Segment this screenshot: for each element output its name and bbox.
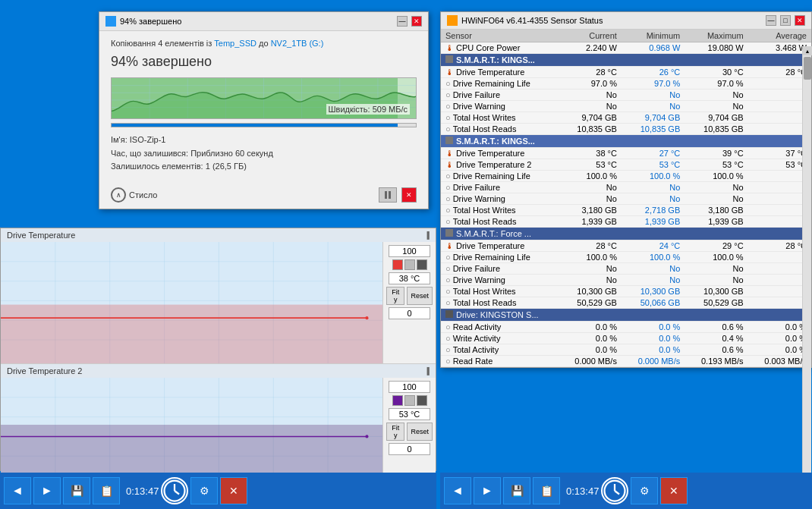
pause-button[interactable] bbox=[379, 187, 397, 203]
table-row[interactable]: ○Read Rate 0.000 MB/s 0.000 MB/s 0.193 M… bbox=[441, 356, 811, 367]
table-row[interactable]: ○Drive Failure No No No bbox=[441, 263, 811, 275]
sensor-maximum: No bbox=[685, 101, 747, 112]
scroll-thumb[interactable] bbox=[804, 57, 811, 80]
hwinfo-taskbar-disk[interactable]: 💾 bbox=[503, 477, 530, 504]
table-row[interactable]: ○Total Host Reads 50,529 GB 50,066 GB 50… bbox=[441, 297, 811, 309]
table-row[interactable]: 🌡Drive Temperature 38 °C 27 °C 39 °C 37 … bbox=[441, 148, 811, 159]
sensor-name: ○Drive Remaining Life bbox=[441, 78, 559, 90]
stislo-button[interactable]: ∧ Стисло bbox=[111, 187, 157, 203]
chart2-min: 0 bbox=[389, 443, 430, 455]
temp-icon: 🌡 bbox=[445, 43, 454, 52]
progress-track-fill bbox=[112, 124, 398, 127]
table-row[interactable]: ○Drive Warning No No No bbox=[441, 193, 811, 205]
sensor-minimum: 0.0 % bbox=[622, 322, 685, 333]
scrollbar[interactable]: ▲ ▼ bbox=[802, 46, 811, 500]
hwinfo-taskbar-copy[interactable]: 📋 bbox=[533, 477, 560, 504]
table-row[interactable]: ○Total Host Writes 3,180 GB 2,718 GB 3,1… bbox=[441, 205, 811, 216]
drive-charts-panel: Drive Temperature ▐ bbox=[0, 228, 436, 471]
sensor-minimum: 97.0 % bbox=[622, 78, 685, 90]
table-row[interactable]: ○Drive Remaining Life 97.0 % 97.0 % 97.0… bbox=[441, 78, 811, 90]
dest-link[interactable]: NV2_1TB (G:) bbox=[271, 39, 324, 48]
hwinfo-close[interactable]: ✕ bbox=[795, 15, 805, 26]
table-row[interactable]: ○Drive Failure No No No bbox=[441, 182, 811, 193]
table-row[interactable]: 🌡Drive Temperature 28 °C 26 °C 30 °C 28 … bbox=[441, 67, 811, 78]
source-link[interactable]: Temp_SSD bbox=[214, 39, 257, 48]
taskbar-save-btn[interactable]: 💾 bbox=[63, 477, 90, 504]
hwinfo-taskbar-close[interactable]: ✕ bbox=[660, 477, 688, 504]
hwinfo-taskbar: ◄ ► 💾 📋 0:13:47 ⚙ ✕ bbox=[440, 473, 812, 509]
sensor-minimum: 0.000 MB/s bbox=[622, 356, 685, 367]
table-row[interactable]: ○Drive Remaining Life 100.0 % 100.0 % 10… bbox=[441, 171, 811, 182]
copy-dialog-minimize[interactable]: — bbox=[397, 16, 408, 27]
table-row[interactable]: ○Drive Warning No No No bbox=[441, 101, 811, 112]
hwinfo-taskbar-forward[interactable]: ► bbox=[474, 477, 501, 504]
chart1-color-swatch3[interactable] bbox=[417, 259, 427, 270]
table-row[interactable]: ○Total Host Reads 1,939 GB 1,939 GB 1,93… bbox=[441, 216, 811, 228]
table-row[interactable]: ○Drive Failure No No No bbox=[441, 90, 811, 101]
sensor-name: 🌡Drive Temperature bbox=[441, 67, 559, 78]
circle-icon: ○ bbox=[445, 345, 451, 354]
chart1-color-swatch[interactable] bbox=[392, 259, 403, 270]
svg-line-43 bbox=[175, 491, 179, 495]
sensor-maximum: 3,180 GB bbox=[685, 205, 747, 216]
cancel-button[interactable]: ✕ bbox=[401, 187, 417, 203]
chart1-fit-btn[interactable]: Fit y bbox=[386, 287, 404, 305]
chart2-color-swatch2[interactable] bbox=[404, 395, 415, 406]
hwinfo-maximize[interactable]: □ bbox=[780, 15, 791, 26]
table-row[interactable]: ○Drive Remaining Life 100.0 % 100.0 % 10… bbox=[441, 252, 811, 263]
items-left: Залишилось елементів: 1 (26,5 ГБ) bbox=[111, 160, 417, 174]
chart1-svg bbox=[1, 242, 382, 363]
sensor-group-header-2[interactable]: S.M.A.R.T.: KINGS... bbox=[441, 135, 811, 148]
sensor-minimum: 0.968 W bbox=[622, 42, 685, 54]
taskbar-back-btn[interactable]: ◄ bbox=[4, 477, 31, 504]
sensor-group-header-4[interactable]: Drive: KINGSTON S... bbox=[441, 309, 811, 322]
sensor-minimum: 100.0 % bbox=[622, 171, 685, 182]
copy-dialog-close[interactable]: ✕ bbox=[411, 16, 422, 27]
col-maximum: Maximum bbox=[685, 30, 747, 42]
chart2-scroll: ▐ bbox=[425, 367, 430, 375]
copy-dialog-titlebar: 94% завершено — ✕ bbox=[99, 12, 428, 31]
table-row[interactable]: ○Total Host Writes 10,300 GB 10,300 GB 1… bbox=[441, 286, 811, 297]
table-row[interactable]: ○Total Host Writes 9,704 GB 9,704 GB 9,7… bbox=[441, 112, 811, 124]
chart2-reset-btn[interactable]: Reset bbox=[407, 423, 433, 441]
taskbar-close-btn[interactable]: ✕ bbox=[220, 477, 247, 504]
sensor-current: 50,529 GB bbox=[559, 297, 622, 309]
sensor-name: ○Total Host Reads bbox=[441, 297, 559, 309]
sensor-table: Sensor Current Minimum Maximum Average 🌡… bbox=[441, 30, 811, 367]
table-row[interactable]: ○Drive Warning No No No bbox=[441, 275, 811, 286]
taskbar-copy-btn[interactable]: 📋 bbox=[93, 477, 120, 504]
table-row[interactable]: ○Write Activity 0.0 % 0.0 % 0.4 % 0.0 % bbox=[441, 333, 811, 344]
time-left: Час, що залишився: Приблизно 60 секунд bbox=[111, 147, 417, 161]
chart1-scroll: ▐ bbox=[425, 231, 430, 239]
chart2-color-swatch3[interactable] bbox=[417, 395, 427, 406]
sensor-current: No bbox=[559, 275, 622, 286]
scroll-up[interactable]: ▲ bbox=[803, 46, 812, 55]
sensor-current: 0.000 MB/s bbox=[559, 356, 622, 367]
table-row[interactable]: 🌡CPU Core Power 2.240 W 0.968 W 19.080 W… bbox=[441, 42, 811, 54]
chart1-reset-btn[interactable]: Reset bbox=[407, 287, 433, 305]
sensor-current: 2.240 W bbox=[559, 42, 622, 54]
hwinfo-taskbar-back[interactable]: ◄ bbox=[444, 477, 471, 504]
table-row[interactable]: 🌡Drive Temperature 28 °C 24 °C 29 °C 28 … bbox=[441, 240, 811, 252]
sensor-minimum: No bbox=[622, 275, 685, 286]
hwinfo-taskbar-settings[interactable]: ⚙ bbox=[631, 477, 658, 504]
table-row[interactable]: 🌡Drive Temperature 2 53 °C 53 °C 53 °C 5… bbox=[441, 159, 811, 171]
hwinfo-titlebar: HWiNFO64 v6.41-4355 Sensor Status — □ ✕ bbox=[441, 12, 811, 30]
table-row[interactable]: ○Total Host Reads 10,835 GB 10,835 GB 10… bbox=[441, 124, 811, 135]
chart1-color-swatch2[interactable] bbox=[404, 259, 415, 270]
taskbar-forward-btn[interactable]: ► bbox=[33, 477, 61, 504]
sensor-maximum: 9,704 GB bbox=[685, 112, 747, 124]
circle-icon: ○ bbox=[445, 357, 451, 366]
sensor-group-header-1[interactable]: S.M.A.R.T.: KINGS... bbox=[441, 54, 811, 67]
table-row[interactable]: ○Read Activity 0.0 % 0.0 % 0.6 % 0.0 % bbox=[441, 322, 811, 333]
circle-icon: ○ bbox=[445, 298, 451, 307]
hwinfo-minimize[interactable]: — bbox=[766, 15, 776, 26]
sensor-group-header-3[interactable]: S.M.A.R.T.: Force ... bbox=[441, 228, 811, 240]
taskbar-settings-btn[interactable]: ⚙ bbox=[190, 477, 218, 504]
chart2-color-swatch[interactable] bbox=[392, 395, 403, 406]
sensor-current: 53 °C bbox=[559, 159, 622, 171]
sensor-maximum: No bbox=[685, 182, 747, 193]
sensor-group-label: S.M.A.R.T.: KINGS... bbox=[441, 54, 811, 67]
chart2-fit-btn[interactable]: Fit y bbox=[386, 423, 404, 441]
table-row[interactable]: ○Total Activity 0.0 % 0.0 % 0.6 % 0.0 % bbox=[441, 344, 811, 356]
